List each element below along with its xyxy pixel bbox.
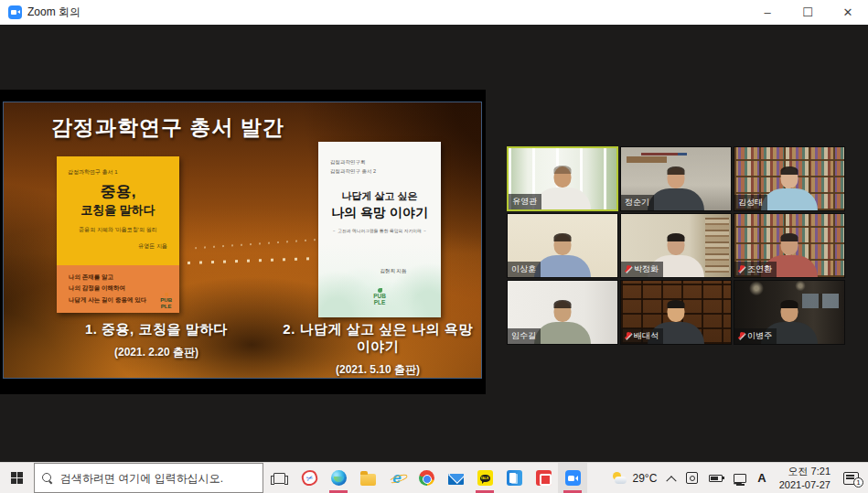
ebook-app-icon (507, 470, 522, 486)
participant-name: 유영관 (512, 196, 537, 208)
video-tile[interactable]: 이병주 (734, 280, 845, 345)
taskbar-app-internet-explorer[interactable]: e (382, 463, 412, 493)
battery-icon (709, 475, 723, 482)
rotation-lock-tray-item[interactable] (680, 463, 703, 493)
internet-explorer-icon: e (390, 470, 405, 486)
book1-title-line1: 중용, (57, 156, 179, 199)
participant-name: 배대석 (634, 330, 659, 342)
caption2-title: 2. 나답게 살고 싶은 나의 욕망 이야기 (274, 321, 481, 356)
ime-indicator[interactable]: A (752, 463, 771, 493)
battery-tray-item[interactable] (703, 463, 728, 493)
search-input[interactable] (60, 472, 255, 485)
task-view-button[interactable] (263, 463, 295, 493)
clock[interactable]: 오전 7:21 2021-07-27 (772, 465, 838, 492)
chrome-icon (419, 470, 434, 486)
video-tile[interactable]: 유영관 (507, 146, 618, 211)
book1-subtitle: 중용의 지혜와 '마음코칭'의 원리 (57, 226, 179, 234)
book2-series-line2: 감정과학연구 총서 2 (330, 166, 376, 176)
taskbar-search[interactable] (34, 463, 263, 493)
kakaotalk-icon: TALK (477, 470, 493, 486)
weather-icon (612, 472, 628, 485)
taskbar-app-capture-tool[interactable]: ✂ (295, 463, 324, 493)
book2-title-line1: 나답게 살고 싶은 (318, 189, 441, 203)
network-tray-item[interactable] (728, 463, 752, 493)
presentation-slide: 감정과학연구 총서 발간 감정과학연구 총서 1 중용, 코칭을 말하다 중용의… (3, 102, 482, 379)
minimize-button[interactable]: – (747, 0, 788, 25)
participant-name: 정순기 (625, 197, 649, 209)
video-tile[interactable]: 박정화 (620, 213, 732, 278)
chevron-up-icon (667, 476, 677, 486)
video-tile[interactable]: 임수길 (507, 280, 618, 345)
edge-icon (331, 470, 347, 486)
caption2-date: (2021. 5.10 출판) (274, 362, 481, 378)
notification-icon: 1 (843, 472, 859, 485)
search-icon (42, 473, 53, 484)
participant-name: 박정화 (634, 263, 659, 275)
notification-badge: 1 (853, 477, 863, 488)
ime-label: A (757, 471, 766, 485)
show-hidden-icons-button[interactable] (662, 463, 680, 493)
slide-caption-1: 1. 중용, 코칭을 말하다 (2021. 2.20 출판) (37, 321, 276, 360)
video-tile[interactable]: 배대석 (620, 280, 732, 345)
screen-recorder-app-icon (536, 470, 552, 486)
taskbar: ✂ e TALK 29°C (0, 462, 868, 493)
video-tile[interactable]: 이상훈 (507, 213, 618, 278)
participant-name: 이병주 (747, 330, 772, 342)
book1-quote-line1: 나의 존재를 알고 (69, 272, 179, 283)
mail-icon (448, 474, 464, 485)
maximize-button[interactable]: ☐ (788, 0, 828, 25)
taskbar-app-file-explorer[interactable] (353, 463, 382, 493)
taskbar-app-ebook[interactable] (499, 463, 529, 493)
muted-mic-icon (625, 332, 631, 340)
taskbar-app-kakaotalk[interactable]: TALK (470, 463, 499, 493)
caption1-date: (2021. 2.20 출판) (37, 345, 276, 360)
taskbar-app-chrome[interactable] (412, 463, 441, 493)
rotation-lock-icon (686, 472, 698, 484)
task-view-icon (273, 473, 285, 484)
participant-name: 임수길 (511, 330, 536, 342)
notification-center-button[interactable]: 1 (838, 463, 864, 493)
close-button[interactable]: ✕ (828, 0, 868, 25)
weather-widget[interactable]: 29°C (606, 463, 663, 493)
taskbar-app-screen-recorder[interactable] (529, 463, 558, 493)
muted-mic-icon (738, 265, 745, 273)
network-icon (734, 474, 746, 483)
participant-grid: 유영관 정순기 김성태 이상훈 박정화 조연환 임수길 배대석 (507, 146, 849, 345)
date-label: 2021-07-27 (779, 478, 830, 492)
taskbar-app-zoom[interactable] (558, 463, 587, 493)
time-label: 오전 7:21 (779, 465, 830, 478)
shared-screen: 감정과학연구 총서 발간 감정과학연구 총서 1 중용, 코칭을 말하다 중용의… (0, 90, 486, 394)
book1-author: 유영돈 지음 (57, 242, 179, 251)
zoom-logo-icon (8, 5, 22, 19)
start-button[interactable] (0, 463, 34, 493)
book1-title-line2: 코칭을 말하다 (57, 202, 179, 219)
window-titlebar: Zoom 회의 – ☐ ✕ (0, 0, 868, 25)
slide-title: 감정과학연구 총서 발간 (51, 113, 284, 142)
caption1-title: 1. 중용, 코칭을 말하다 (37, 321, 276, 338)
participant-name: 이상훈 (511, 263, 536, 275)
taskbar-app-edge[interactable] (324, 463, 353, 493)
book-cover-2: 감정과학연구회 감정과학연구 총서 2 나답게 살고 싶은 나의 욕망 이야기 … (318, 142, 441, 317)
muted-mic-icon (625, 265, 631, 273)
video-tile[interactable]: 김성태 (734, 146, 845, 211)
file-explorer-icon (360, 474, 376, 486)
video-tile[interactable]: 정순기 (620, 146, 732, 211)
video-tile[interactable]: 조연환 (734, 213, 845, 278)
participant-name: 김성태 (738, 197, 763, 209)
book-cover-1: 감정과학연구 총서 1 중용, 코칭을 말하다 중용의 지혜와 '마음코칭'의 … (57, 156, 179, 313)
book2-series-line1: 감정과학연구회 (330, 157, 376, 166)
temperature-label: 29°C (633, 472, 658, 485)
desktop: { "window": { "title": "Zoom 회의", "contr… (0, 0, 868, 493)
system-tray: 29°C A 오전 7:21 2021-07-27 1 (606, 463, 868, 493)
taskbar-app-mail[interactable] (441, 463, 470, 493)
muted-mic-icon (738, 332, 745, 340)
book2-title-line2: 나의 욕망 이야기 (318, 205, 441, 221)
book1-series: 감정과학연구 총서 1 (68, 168, 118, 177)
zoom-taskbar-icon (565, 470, 581, 486)
window-title: Zoom 회의 (27, 5, 80, 20)
meeting-main-area: 감정과학연구 총서 발간 감정과학연구 총서 1 중용, 코칭을 말하다 중용의… (0, 25, 868, 462)
slide-caption-2: 2. 나답게 살고 싶은 나의 욕망 이야기 (2021. 5.10 출판) (274, 321, 481, 378)
capture-tool-icon: ✂ (299, 468, 318, 488)
book2-subtitle: － 고전과 에니어그램을 통한 욕망의 자기이해 － (318, 228, 441, 233)
book1-publisher-logo: PUB PLE (160, 293, 172, 309)
